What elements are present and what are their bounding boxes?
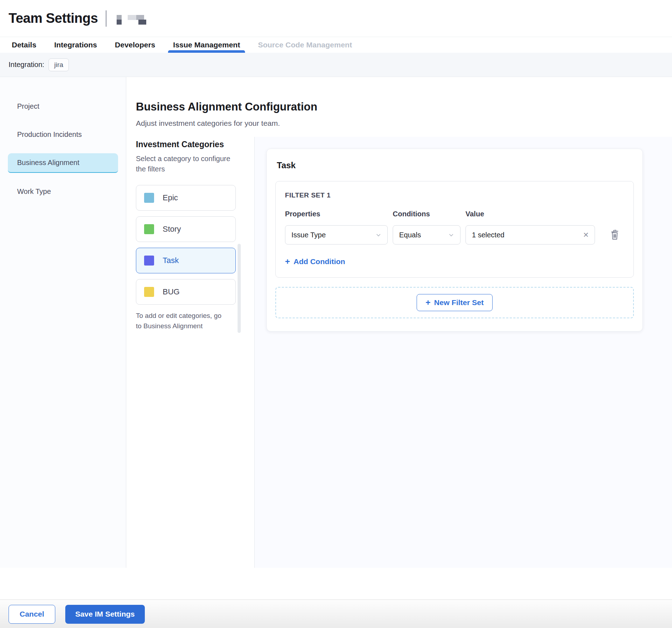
category-list: Epic Story Task BUG	[136, 185, 236, 305]
bug-color-swatch	[144, 287, 154, 297]
condition-column-headers: Properties Conditions Value	[285, 210, 624, 218]
value-select[interactable]: 1 selected ✕	[465, 225, 595, 244]
section-title: Business Alignment Configuration	[136, 101, 672, 113]
conditions-column-header: Conditions	[393, 210, 460, 218]
trash-icon[interactable]	[610, 230, 620, 240]
condition-row: Issue Type Equals 1 selected ✕	[285, 225, 624, 244]
sidebar-item-business-alignment[interactable]: Business Alignment	[8, 153, 118, 173]
sidebar-item-work-type[interactable]: Work Type	[8, 182, 118, 201]
property-select[interactable]: Issue Type	[285, 225, 388, 244]
footer-action-bar: Cancel Save IM Settings	[0, 599, 672, 628]
integration-label: Integration:	[9, 61, 44, 69]
plus-icon: +	[426, 298, 431, 307]
title-separator	[106, 10, 107, 27]
properties-column-header: Properties	[285, 210, 388, 218]
category-task[interactable]: Task	[136, 248, 236, 273]
plus-icon: +	[285, 257, 290, 266]
tab-details[interactable]: Details	[12, 37, 36, 53]
settings-sidebar: Project Production Incidents Business Al…	[0, 77, 126, 568]
filter-panel: Task FILTER SET 1 Properties Conditions …	[255, 137, 672, 568]
chevron-down-icon	[448, 232, 454, 238]
tab-source-code-management[interactable]: Source Code Management	[258, 37, 352, 53]
tab-integrations[interactable]: Integrations	[54, 37, 97, 53]
condition-select[interactable]: Equals	[393, 225, 460, 244]
categories-footnote: To add or edit categories, go to Busines…	[136, 310, 227, 331]
footer-spacer	[0, 568, 672, 599]
sidebar-item-production-incidents[interactable]: Production Incidents	[8, 125, 118, 144]
clear-value-icon[interactable]: ✕	[583, 231, 589, 238]
categories-heading: Investment Categories	[136, 140, 254, 149]
section-header: Business Alignment Configuration Adjust …	[126, 77, 672, 137]
active-tab-underline	[168, 50, 245, 53]
task-filter-card: Task FILTER SET 1 Properties Conditions …	[266, 149, 643, 331]
investment-categories-column: Investment Categories Select a category …	[126, 137, 255, 568]
filter-set-1: FILTER SET 1 Properties Conditions Value…	[275, 181, 634, 278]
story-color-swatch	[144, 224, 154, 234]
category-bug[interactable]: BUG	[136, 279, 236, 305]
cancel-button[interactable]: Cancel	[9, 605, 55, 624]
sidebar-item-project[interactable]: Project	[8, 97, 118, 116]
category-list-scrollbar[interactable]	[238, 244, 241, 333]
value-column-header: Value	[465, 210, 595, 218]
categories-description: Select a category to configure the filte…	[136, 154, 231, 174]
save-im-settings-button[interactable]: Save IM Settings	[65, 605, 145, 624]
tab-bar: Details Integrations Developers Issue Ma…	[0, 37, 672, 53]
filter-set-label: FILTER SET 1	[285, 191, 624, 199]
page-title: Team Settings	[9, 11, 98, 26]
new-filter-set-button[interactable]: + New Filter Set	[417, 294, 493, 311]
category-story[interactable]: Story	[136, 216, 236, 242]
tab-issue-management[interactable]: Issue Management	[173, 37, 240, 53]
category-epic[interactable]: Epic	[136, 185, 236, 211]
app-header: Team Settings	[0, 0, 672, 37]
integration-badge: jira	[49, 58, 69, 71]
epic-color-swatch	[144, 193, 154, 203]
add-condition-button[interactable]: + Add Condition	[285, 257, 345, 266]
integration-strip: Integration: jira	[0, 53, 672, 77]
chevron-down-icon	[375, 232, 382, 238]
tab-developers[interactable]: Developers	[115, 37, 155, 53]
new-filter-set-dropzone: + New Filter Set	[275, 287, 634, 318]
filter-card-title: Task	[275, 160, 634, 170]
redacted-team-name	[117, 15, 174, 25]
section-subtitle: Adjust investment categories for your te…	[136, 119, 672, 128]
task-color-swatch	[144, 256, 154, 266]
